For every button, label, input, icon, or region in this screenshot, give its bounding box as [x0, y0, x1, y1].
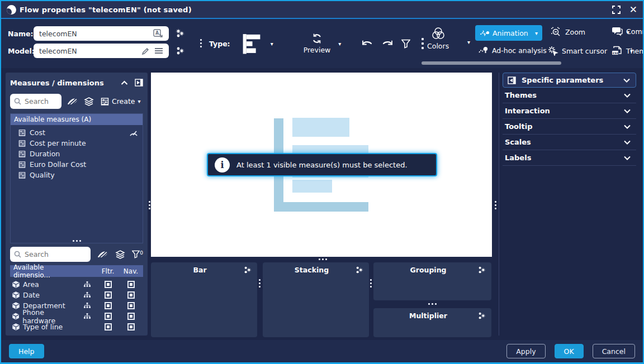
drop-zone-stacking[interactable]: Stacking [263, 262, 369, 337]
zone-settings-icon[interactable] [355, 266, 363, 274]
collapse-panel-icon[interactable] [135, 79, 143, 87]
preview-caret-icon[interactable]: ▾ [338, 41, 341, 47]
colors-button[interactable]: Colors [427, 27, 449, 50]
zone-bar-label: Bar [157, 266, 243, 274]
filter-count-badge: 0 [140, 250, 143, 256]
chevron-down-icon [624, 93, 631, 98]
nav-checkbox[interactable] [127, 313, 135, 320]
fltr-checkbox[interactable] [105, 281, 112, 288]
zone-settings-icon[interactable] [477, 266, 486, 274]
css-file-icon: css [612, 46, 623, 56]
measure-item[interactable]: Euro Dollar Cost [11, 159, 143, 170]
create-measure-icon [101, 98, 109, 106]
zone-splitter-handle[interactable] [368, 275, 373, 291]
nav-checkbox[interactable] [127, 281, 135, 288]
refresh-icon [311, 33, 323, 44]
help-button[interactable]: Help [9, 344, 44, 358]
fltr-checkbox[interactable] [105, 323, 112, 331]
model-flow-settings-icon[interactable] [176, 46, 184, 55]
comments-button[interactable]: Comments [612, 27, 643, 36]
hierarchy-icon [84, 303, 91, 309]
hierarchy-icon [84, 313, 91, 319]
measures-group-header[interactable]: Available measures (A) [11, 114, 143, 125]
zone-splitter-handle[interactable] [257, 275, 262, 291]
apply-button[interactable]: Apply [506, 344, 545, 358]
section-tooltip[interactable]: Tooltip [503, 119, 636, 135]
cube-icon [12, 323, 20, 331]
grouping-resize-handle[interactable] [424, 301, 441, 306]
hide-measures-icon[interactable] [67, 97, 78, 106]
zone-settings-icon[interactable] [477, 312, 486, 320]
dimension-filter-icon[interactable]: 0 [132, 250, 143, 258]
zone-grouping-label: Grouping [379, 266, 477, 274]
layers-icon[interactable] [84, 97, 94, 106]
type-label: Type: [209, 40, 230, 48]
layers-icon[interactable] [115, 250, 125, 259]
name-flow-settings-icon[interactable] [176, 29, 184, 38]
cancel-button[interactable]: Cancel [593, 344, 635, 358]
translate-icon[interactable]: A [153, 29, 163, 38]
section-labels[interactable]: Labels [503, 150, 636, 166]
ok-button[interactable]: OK [555, 344, 584, 358]
measures-resize-handle[interactable] [11, 239, 143, 243]
preview-button[interactable]: Preview [304, 33, 331, 54]
redo-icon[interactable] [381, 39, 394, 48]
fullscreen-icon[interactable] [612, 6, 621, 14]
cube-icon [12, 281, 20, 288]
measure-item[interactable]: Duration [11, 149, 143, 159]
section-scales[interactable]: Scales [503, 135, 636, 150]
svg-text:css: css [613, 51, 619, 55]
animation-button[interactable]: Animation ▾ [475, 25, 542, 41]
dim-col-nav: Nav. [120, 267, 142, 275]
zone-settings-icon[interactable] [243, 266, 252, 274]
dimension-row[interactable]: Date [10, 290, 143, 300]
section-specific-parameters[interactable]: Specific parameters [503, 73, 636, 88]
dimensions-table: Available dimensio... Fltr. Nav. Area [10, 265, 143, 332]
drop-zone-multiplier[interactable]: Multiplier [373, 308, 491, 337]
section-themes[interactable]: Themes [503, 88, 636, 103]
css-themes-button[interactable]: css Themes [612, 46, 643, 56]
dimension-row[interactable]: Type of line [10, 322, 143, 332]
colors-caret-icon[interactable]: ▾ [467, 39, 470, 45]
right-splitter-handle[interactable] [493, 197, 498, 213]
colors-label: Colors [427, 42, 449, 50]
measure-item[interactable]: Cost [11, 127, 143, 138]
dimensions-table-header[interactable]: Available dimensio... Fltr. Nav. [10, 265, 143, 277]
edit-model-icon[interactable] [141, 47, 150, 55]
chevron-down-icon [624, 109, 631, 113]
nav-checkbox[interactable] [127, 291, 135, 299]
flow-properties-dialog: Flow properties "telecomEN" (not saved) … [0, 0, 644, 364]
model-list-icon[interactable] [154, 47, 163, 55]
canvas-resize-handle[interactable] [314, 257, 331, 261]
undo-icon[interactable] [361, 39, 373, 48]
measure-item[interactable]: Quality [11, 170, 143, 180]
nav-checkbox[interactable] [127, 302, 135, 309]
adhoc-analysis-button[interactable]: Ad-hoc analysis [479, 46, 547, 55]
hide-dimensions-icon[interactable] [97, 250, 108, 258]
fltr-checkbox[interactable] [105, 302, 112, 309]
toolbar-splitter-handle[interactable] [200, 39, 202, 47]
drop-zone-bar[interactable]: Bar [151, 262, 257, 337]
section-label: Themes [505, 91, 537, 99]
drop-zone-grouping[interactable]: Grouping [373, 262, 491, 300]
adhoc-analysis-label: Ad-hoc analysis [492, 46, 547, 55]
fltr-checkbox[interactable] [105, 291, 112, 299]
create-button[interactable]: Create ▾ [101, 97, 141, 106]
chart-type-icon[interactable] [240, 32, 263, 55]
nav-checkbox[interactable] [127, 323, 135, 331]
footer-bar: Help Apply OK Cancel [1, 340, 643, 362]
dimension-row[interactable]: Phone hardware [10, 311, 143, 322]
name-input[interactable] [34, 26, 169, 41]
chart-preview-canvas: i At least 1 visible measure(s) must be … [151, 73, 492, 257]
filter-icon[interactable] [401, 39, 410, 49]
dimension-row[interactable]: Area [10, 279, 143, 290]
dimensions-search-input[interactable] [10, 247, 91, 262]
close-icon[interactable]: ✕ [629, 5, 637, 15]
measure-item[interactable]: Cost per minute [11, 138, 143, 149]
toolbar-scrollbar[interactable] [422, 61, 561, 65]
section-interaction[interactable]: Interaction [503, 103, 636, 119]
fltr-checkbox[interactable] [105, 313, 112, 320]
type-caret-icon[interactable]: ▾ [271, 41, 273, 47]
hierarchy-icon [84, 292, 91, 298]
collapse-section-icon[interactable] [121, 80, 128, 85]
